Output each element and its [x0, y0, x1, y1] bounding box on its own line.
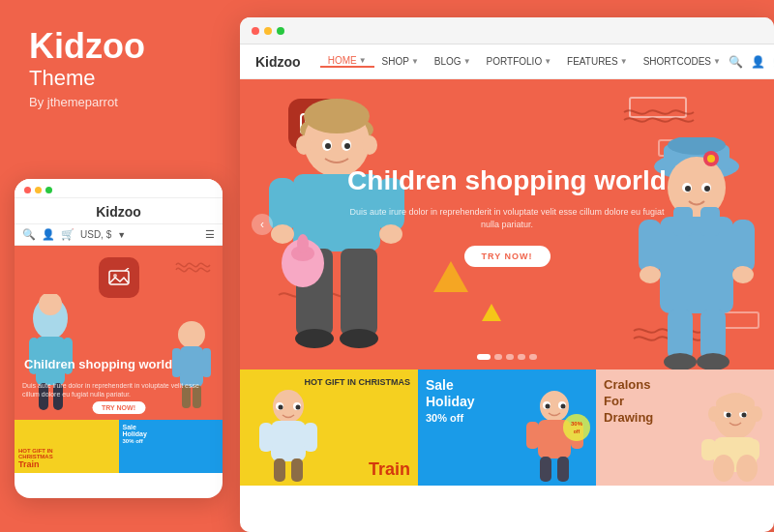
product-card-sale[interactable]: 30% off SaleHoliday 30% off	[418, 369, 596, 486]
nav-features-chevron: ▼	[620, 57, 628, 66]
hero-dot-5[interactable]	[529, 354, 537, 360]
desktop-mockup: Kidzoo HOME ▼ SHOP ▼ BLOG ▼ PORTFOLIO ▼ …	[240, 17, 774, 532]
mobile-dot-green	[45, 187, 52, 193]
svg-point-60	[707, 155, 715, 163]
svg-rect-62	[271, 421, 306, 461]
mobile-hero-desc: Duis aute irure dolor in reprehenderit i…	[15, 381, 223, 399]
hero-dot-indicators	[477, 354, 537, 360]
svg-point-57	[685, 186, 691, 192]
brand-name: Kidzoo	[29, 29, 221, 64]
nav-item-portfolio[interactable]: PORTFOLIO ▼	[479, 55, 560, 68]
svg-point-21	[304, 99, 370, 133]
svg-rect-46	[700, 207, 720, 236]
mobile-cta-button[interactable]: TRY NOW!	[92, 401, 145, 414]
svg-point-25	[271, 224, 294, 244]
svg-point-88	[713, 455, 734, 482]
mobile-image-icon	[107, 268, 131, 287]
svg-point-92	[727, 413, 731, 418]
card-2-label: SaleHoliday	[426, 377, 475, 410]
mobile-hero-icon-box	[99, 257, 139, 298]
nav-shop-label: SHOP	[382, 56, 409, 67]
svg-point-96	[751, 406, 762, 422]
svg-rect-75	[540, 457, 551, 482]
nav-item-blog[interactable]: BLOG ▼	[427, 55, 479, 68]
svg-rect-86	[701, 439, 716, 460]
card-child-1	[250, 389, 327, 486]
hero-arrow-left[interactable]: ‹	[252, 214, 273, 235]
svg-rect-45	[673, 207, 693, 236]
svg-rect-66	[291, 458, 303, 482]
card-child-3	[687, 389, 774, 486]
mobile-icons-bar: 🔍 👤 🛒 USD, $ ▼ ☰	[15, 224, 223, 246]
svg-point-58	[704, 186, 710, 192]
nav-icons: 🔍 👤 🛒 USD, $ ▼	[729, 51, 774, 73]
hero-dot-4[interactable]	[518, 354, 525, 360]
nav-shortcodes-chevron: ▼	[713, 57, 721, 66]
mobile-search-icon[interactable]: 🔍	[22, 228, 36, 241]
svg-point-93	[742, 413, 747, 418]
svg-point-29	[295, 329, 334, 348]
hero-description: Duis aute irure dolor in reprehenderit i…	[342, 206, 671, 232]
hero-cta-button[interactable]: TRY NOW!	[464, 246, 551, 267]
card-1-label: HOT GIFT IN CHRISTMAS	[305, 377, 411, 389]
hero-dot-2[interactable]	[494, 354, 502, 360]
product-card-crayons[interactable]: CralonsForDrawing	[596, 369, 774, 486]
mobile-cart-icon[interactable]: 🛒	[61, 228, 74, 241]
nav-shortcodes-label: SHORTCODES	[643, 56, 711, 67]
search-icon[interactable]: 🔍	[729, 55, 743, 69]
hero-dot-3[interactable]	[506, 354, 514, 360]
mobile-card-1-label: HOT GIFT INCHRISTMASTrain	[18, 448, 53, 469]
mobile-mockup: Kidzoo 🔍 👤 🛒 USD, $ ▼ ☰	[15, 179, 223, 498]
mobile-card-1: HOT GIFT INCHRISTMASTrain	[15, 420, 119, 473]
left-panel: Kidzoo Theme By jthemeparrot Kidzoo 🔍 👤 …	[0, 0, 240, 532]
svg-point-69	[279, 405, 283, 410]
nav-blog-chevron: ▼	[463, 57, 471, 66]
site-navbar: Kidzoo HOME ▼ SHOP ▼ BLOG ▼ PORTFOLIO ▼ …	[240, 44, 774, 79]
mobile-card-2: SaleHoliday30% off	[119, 420, 223, 473]
nav-item-shortcodes[interactable]: SHORTCODES ▼	[636, 55, 729, 68]
svg-point-70	[296, 405, 301, 410]
hero-triangle-yellow	[482, 304, 501, 321]
browser-chrome	[240, 17, 774, 44]
mobile-menu-icon[interactable]: ☰	[205, 228, 215, 241]
browser-dot-yellow	[264, 27, 272, 35]
card-2-sublabel: 30% off	[426, 412, 463, 424]
browser-dot-green	[277, 27, 284, 35]
mobile-hero-title: Children shopping world	[15, 357, 223, 371]
nav-item-home[interactable]: HOME ▼	[320, 55, 374, 68]
svg-point-50	[732, 266, 754, 283]
products-section: HOT GIFT IN CHRISTMAS Train 30%	[240, 369, 774, 486]
browser-dots	[252, 27, 284, 35]
card-1-sublabel: Train	[369, 460, 410, 478]
nav-shop-chevron: ▼	[411, 57, 419, 66]
mobile-title: Kidzoo	[15, 198, 223, 224]
svg-point-30	[340, 329, 378, 348]
nav-logo: Kidzoo	[255, 54, 301, 70]
hero-text-block: Children shopping world Duis aute irure …	[342, 166, 671, 267]
svg-point-79	[546, 404, 551, 409]
nav-blog-label: BLOG	[434, 56, 461, 67]
svg-point-10	[178, 321, 205, 348]
brand-author: By jthemeparrot	[29, 95, 221, 109]
brand-subtitle: Theme	[29, 66, 221, 91]
svg-point-38	[296, 135, 312, 155]
nav-features-label: FEATURES	[567, 56, 618, 67]
user-icon[interactable]: 👤	[751, 55, 765, 69]
product-card-gift[interactable]: HOT GIFT IN CHRISTMAS Train	[240, 369, 418, 486]
svg-rect-52	[700, 310, 726, 360]
card-3-label: CralonsForDrawing	[604, 377, 653, 427]
mobile-user-icon[interactable]: 👤	[42, 228, 55, 241]
svg-rect-73	[526, 422, 539, 449]
hero-section: Children shopping world Duis aute irure …	[240, 79, 774, 369]
svg-point-94	[716, 394, 755, 413]
mobile-currency-chevron[interactable]: ▼	[117, 230, 126, 240]
mobile-dot-red	[24, 187, 31, 193]
nav-item-shop[interactable]: SHOP ▼	[374, 55, 427, 68]
svg-rect-48	[731, 220, 755, 273]
svg-point-33	[297, 234, 309, 253]
nav-item-features[interactable]: FEATURES ▼	[559, 55, 636, 68]
svg-point-95	[708, 406, 720, 422]
hero-dot-1[interactable]	[477, 354, 491, 360]
svg-rect-63	[259, 423, 273, 452]
mobile-currency: USD, $	[80, 229, 111, 240]
